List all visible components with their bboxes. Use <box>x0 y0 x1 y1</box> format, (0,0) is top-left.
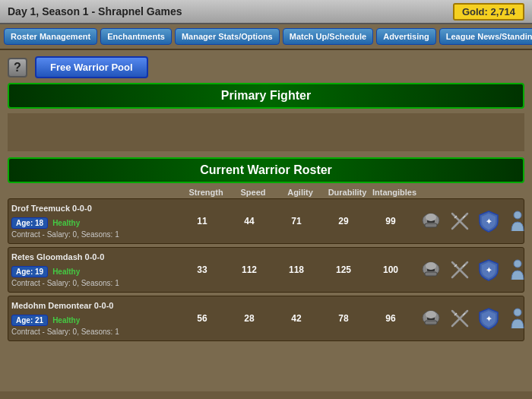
warrior-contract-1: Contract - Salary: 0, Seasons: 1 <box>11 279 179 287</box>
warrior-info-1: Retes Gloomdash 0-0-0 Age: 19 Healthy Co… <box>11 252 179 287</box>
free-warrior-pool-button[interactable]: Free Warrior Pool <box>35 56 148 78</box>
stat-agility-0: 71 <box>273 216 320 226</box>
warrior-age-1: Age: 19 <box>11 266 48 277</box>
shield-icon-1[interactable]: ✦ <box>477 258 501 282</box>
helmet-icon-0[interactable] <box>419 209 443 233</box>
stat-header-agility: Agility <box>277 188 324 197</box>
warrior-contract-2: Contract - Salary: 0, Seasons: 1 <box>11 328 179 336</box>
svg-line-17 <box>463 264 465 267</box>
shield-icon-2[interactable]: ✦ <box>477 306 501 331</box>
stat-header-strength: Strength <box>182 188 230 197</box>
warrior-row: Retes Gloomdash 0-0-0 Age: 19 Healthy Co… <box>8 247 524 293</box>
nav-bar: Roster ManagementEnchantmentsManager Sta… <box>0 24 532 50</box>
warrior-age-2: Age: 21 <box>11 315 48 326</box>
svg-text:✦: ✦ <box>486 315 492 323</box>
warrior-age-health-1: Age: 19 Healthy <box>11 266 80 277</box>
nav-tab-1[interactable]: Enchantments <box>100 28 172 45</box>
svg-point-23 <box>426 311 436 318</box>
warrior-age-health-2: Age: 21 Healthy <box>11 315 80 326</box>
warrior-contract-0: Contract - Salary: 0, Seasons: 1 <box>11 230 179 239</box>
stat-intangibles-0: 99 <box>367 216 414 226</box>
stat-speed-1: 112 <box>226 264 273 275</box>
warrior-age-0: Age: 18 <box>11 217 48 229</box>
warrior-actions-0: ✦ <box>419 209 530 233</box>
warrior-health-1: Healthy <box>52 266 80 277</box>
person-icon-1[interactable] <box>505 258 530 282</box>
nav-tab-5[interactable]: League News/Standings <box>439 28 532 45</box>
stat-header-speed: Speed <box>230 188 277 197</box>
helmet-icon-2[interactable] <box>419 306 443 331</box>
stat-intangibles-1: 100 <box>367 264 414 275</box>
gold-display: Gold: 2,714 <box>453 3 524 21</box>
nav-tab-2[interactable]: Manager Stats/Options <box>175 28 280 45</box>
warrior-actions-1: ✦ <box>419 258 530 282</box>
warrior-info-0: Drof Treemuck 0-0-0 Age: 18 Healthy Cont… <box>11 204 179 239</box>
person-icon-2[interactable] <box>505 306 530 331</box>
svg-point-3 <box>426 214 436 221</box>
roster-section: Current Warrior Roster StrengthSpeedAgil… <box>8 157 524 341</box>
main-content: ? Free Warrior Pool Primary Fighter Curr… <box>0 50 532 391</box>
warrior-health-0: Healthy <box>52 217 80 229</box>
stat-speed-0: 44 <box>226 216 273 226</box>
svg-text:✦: ✦ <box>486 266 492 274</box>
stats-header-row: StrengthSpeedAgilityDurabilityIntangible… <box>182 188 524 197</box>
stat-strength-1: 33 <box>179 264 226 275</box>
warrior-stats-2: 56 28 42 78 96 <box>179 313 414 324</box>
header-title: Day 1, Season 1 - Shrapnel Games <box>8 5 182 17</box>
warrior-stats-0: 11 44 71 29 99 <box>179 216 414 226</box>
nav-tab-4[interactable]: Advertising <box>376 28 436 45</box>
stat-durability-1: 125 <box>320 264 367 275</box>
svg-rect-21 <box>425 321 437 325</box>
warrior-name-0: Drof Treemuck 0-0-0 <box>11 204 179 213</box>
warrior-info-2: Medohm Demontear 0-0-0 Age: 21 Healthy C… <box>11 301 179 336</box>
warrior-name-1: Retes Gloomdash 0-0-0 <box>11 252 179 261</box>
stat-speed-2: 28 <box>226 313 273 324</box>
stat-durability-0: 29 <box>320 216 367 226</box>
nav-tab-0[interactable]: Roster Management <box>4 28 97 45</box>
stat-agility-2: 42 <box>273 313 320 324</box>
svg-point-29 <box>514 309 521 316</box>
svg-line-27 <box>463 313 465 315</box>
help-button[interactable]: ? <box>8 58 27 78</box>
stat-intangibles-2: 96 <box>367 313 414 324</box>
warrior-actions-2: ✦ <box>419 306 530 331</box>
svg-point-13 <box>426 262 436 270</box>
nav-tab-3[interactable]: Match Up/Schedule <box>283 28 373 45</box>
stat-strength-0: 11 <box>179 216 226 226</box>
svg-point-9 <box>514 211 521 219</box>
svg-rect-11 <box>425 272 437 276</box>
top-area: ? Free Warrior Pool <box>8 56 524 78</box>
primary-fighter-area <box>8 113 524 151</box>
svg-line-7 <box>463 216 465 218</box>
stat-header-intangibles: Intangibles <box>371 188 418 197</box>
svg-point-19 <box>514 260 521 268</box>
swords-icon-1[interactable] <box>448 258 472 282</box>
warrior-stats-1: 33 112 118 125 100 <box>179 264 414 275</box>
warrior-age-health-0: Age: 18 Healthy <box>11 217 80 229</box>
person-icon-0[interactable] <box>505 209 530 233</box>
shield-icon-0[interactable]: ✦ <box>477 209 501 233</box>
primary-fighter-header: Primary Fighter <box>8 83 524 109</box>
warrior-name-2: Medohm Demontear 0-0-0 <box>11 301 179 310</box>
warrior-health-2: Healthy <box>52 315 80 326</box>
stat-agility-1: 118 <box>273 264 320 275</box>
svg-rect-1 <box>425 223 437 227</box>
roster-header: Current Warrior Roster <box>8 157 524 183</box>
warrior-row: Medohm Demontear 0-0-0 Age: 21 Healthy C… <box>8 296 524 341</box>
warrior-list: Drof Treemuck 0-0-0 Age: 18 Healthy Cont… <box>8 198 524 341</box>
swords-icon-0[interactable] <box>448 209 472 233</box>
header: Day 1, Season 1 - Shrapnel Games Gold: 2… <box>0 0 532 24</box>
primary-fighter-section: Primary Fighter <box>8 83 524 151</box>
warrior-row: Drof Treemuck 0-0-0 Age: 18 Healthy Cont… <box>8 198 524 244</box>
svg-text:✦: ✦ <box>486 217 492 226</box>
stat-header-durability: Durability <box>324 188 371 197</box>
stat-durability-2: 78 <box>320 313 367 324</box>
stat-strength-2: 56 <box>179 313 226 324</box>
helmet-icon-1[interactable] <box>419 258 443 282</box>
swords-icon-2[interactable] <box>448 306 472 331</box>
